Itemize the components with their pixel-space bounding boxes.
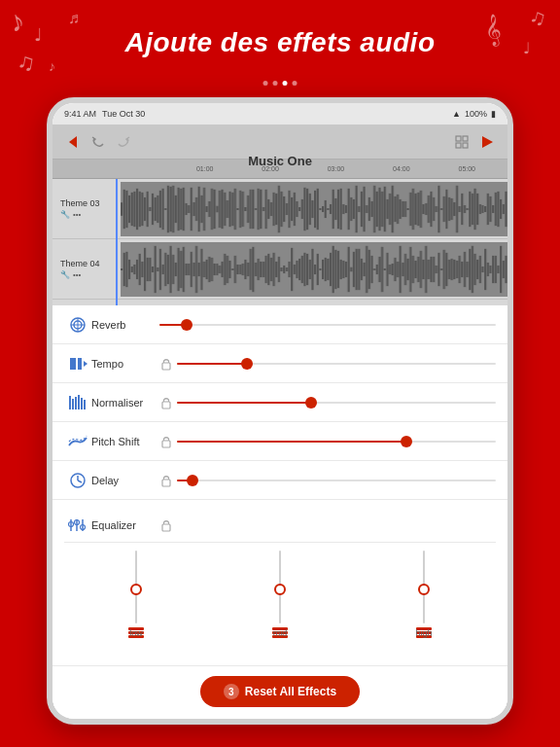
svg-rect-2 [463, 136, 468, 141]
dot-4 [293, 81, 298, 86]
svg-marker-0 [69, 136, 77, 148]
track-2-waveform [121, 242, 508, 297]
redo-button[interactable] [115, 133, 132, 151]
svg-marker-11 [78, 358, 82, 370]
equalizer-header: Equalizer [64, 508, 496, 543]
reverb-label: Reverb [91, 319, 159, 331]
reverb-slider[interactable] [159, 324, 496, 326]
reset-all-effects-button[interactable]: 3 Reset All Effects [200, 676, 360, 707]
tempo-slider[interactable] [177, 363, 496, 365]
eq-high-col: high [416, 551, 432, 638]
delay-label: Delay [91, 475, 159, 486]
ipad-frame: 9:41 AM Tue Oct 30 ▲ 100% ▮ [47, 97, 513, 725]
pitch-shift-icon [64, 428, 91, 455]
svg-marker-12 [84, 361, 88, 367]
pitch-lock[interactable] [159, 435, 173, 448]
pagination [263, 81, 298, 86]
svg-rect-4 [463, 143, 468, 148]
nav-bar: Music One [52, 124, 508, 160]
reset-button-label: Reset All Effects [245, 685, 336, 698]
normaliser-icon [64, 389, 91, 416]
music-note-decoration: ♪ [49, 58, 55, 74]
wifi-icon: ▲ [452, 109, 461, 119]
svg-rect-21 [162, 441, 170, 447]
tempo-lock[interactable] [159, 357, 173, 371]
eq-sliders: low mid [64, 551, 496, 658]
pitch-shift-label: Pitch Shift [91, 436, 159, 447]
eq-low-col: low [128, 551, 144, 638]
back-button[interactable] [64, 133, 82, 151]
eq-low-label: low [129, 628, 143, 638]
reverb-icon [64, 311, 91, 338]
effects-panel: Reverb Tempo [52, 305, 508, 719]
eq-mid-col: mid [272, 551, 288, 638]
svg-rect-19 [84, 400, 86, 409]
reset-badge: 3 [224, 684, 239, 699]
tempo-icon [64, 350, 91, 377]
svg-marker-5 [482, 136, 493, 148]
track-1-more-icon[interactable]: ••• [73, 210, 81, 219]
eq-mid-thumb[interactable] [274, 584, 286, 595]
svg-rect-20 [162, 402, 170, 409]
tick-3: 03:00 [328, 165, 345, 172]
delay-row: Delay [52, 461, 508, 500]
svg-marker-10 [70, 358, 76, 370]
equalizer-section: Equalizer [52, 500, 508, 666]
page-title: Ajoute des effets audio [0, 27, 560, 58]
eq-low-thumb[interactable] [130, 584, 142, 595]
normaliser-slider[interactable] [177, 402, 496, 404]
status-bar: 9:41 AM Tue Oct 30 ▲ 100% ▮ [52, 103, 508, 124]
battery-icon: ▮ [491, 109, 496, 119]
tempo-label: Tempo [91, 358, 159, 370]
music-note-decoration: ♬ [68, 10, 80, 27]
tick-4: 04:00 [393, 165, 410, 172]
eq-high-slider[interactable] [423, 551, 425, 623]
normaliser-row: Normaliser [52, 383, 508, 422]
svg-rect-1 [456, 136, 461, 141]
undo-button[interactable] [89, 133, 107, 151]
time-display: 9:41 AM [64, 109, 96, 119]
battery-display: 100% [465, 109, 487, 119]
pitch-shift-slider[interactable] [177, 441, 496, 443]
delay-slider[interactable] [177, 480, 496, 481]
svg-rect-16 [75, 397, 77, 409]
svg-line-24 [78, 480, 82, 482]
tracks-area: Theme 03 🔧 ••• Theme 04 🔧 ••• [52, 179, 508, 305]
eq-lock[interactable] [159, 518, 173, 532]
eq-low-slider[interactable] [135, 551, 137, 623]
svg-rect-17 [78, 395, 80, 409]
svg-rect-15 [72, 399, 74, 409]
dot-1 [263, 81, 268, 86]
reverb-row: Reverb [52, 305, 508, 344]
track-2-more-icon[interactable]: ••• [73, 270, 81, 279]
eq-mid-label: mid [273, 628, 288, 638]
grid-button[interactable] [453, 133, 471, 151]
delay-icon [64, 467, 91, 494]
svg-rect-32 [162, 524, 170, 531]
svg-rect-13 [162, 363, 170, 370]
track-2-mic-icon: 🔧 [60, 270, 70, 279]
nav-title: Music One [248, 154, 312, 168]
eq-mid-slider[interactable] [279, 551, 281, 623]
track-2: Theme 04 🔧 ••• [52, 239, 508, 300]
eq-high-thumb[interactable] [418, 584, 430, 595]
normaliser-lock[interactable] [159, 396, 173, 409]
dot-3 [283, 81, 288, 86]
normaliser-label: Normaliser [91, 397, 159, 409]
play-button[interactable] [478, 133, 496, 151]
svg-rect-14 [69, 396, 71, 409]
track-2-name: Theme 04 [60, 259, 121, 268]
playhead[interactable] [116, 179, 118, 305]
equalizer-label: Equalizer [91, 519, 159, 531]
svg-rect-3 [456, 143, 461, 148]
track-1-mic-icon: 🔧 [60, 210, 70, 219]
svg-rect-18 [81, 398, 83, 409]
tempo-row: Tempo [52, 344, 508, 383]
pitch-shift-row: Pitch Shift [52, 422, 508, 461]
tick-5: 05:00 [458, 165, 475, 172]
delay-lock[interactable] [159, 474, 173, 487]
date-display: Tue Oct 30 [102, 109, 145, 119]
tick-1: 01:00 [196, 165, 214, 172]
dot-2 [273, 81, 278, 86]
track-1-waveform [121, 182, 508, 236]
